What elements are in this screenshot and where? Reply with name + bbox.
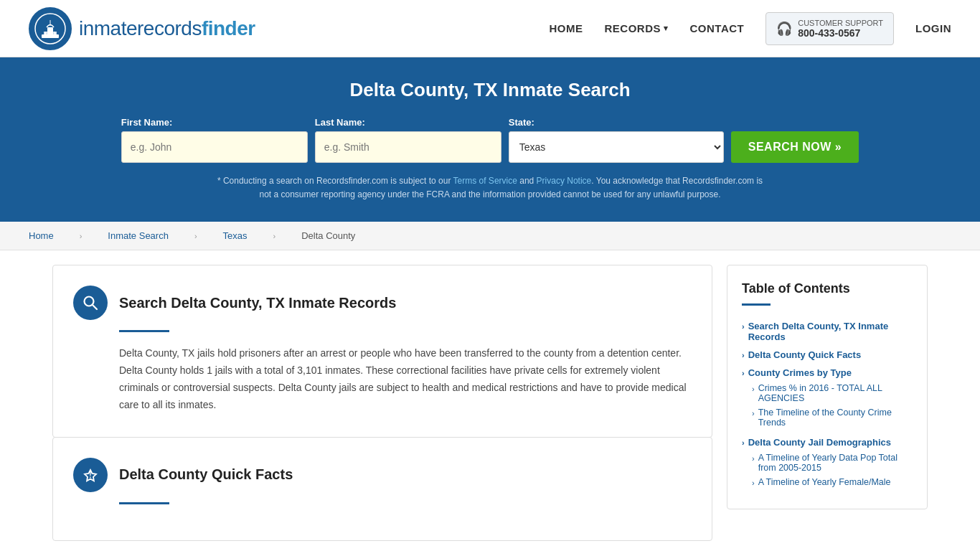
tos-link[interactable]: Terms of Service <box>453 176 517 186</box>
state-label: State: <box>509 117 724 128</box>
quick-facts-header: ! Delta County Quick Facts <box>73 458 692 492</box>
svg-text:!: ! <box>89 471 91 479</box>
toc-divider <box>742 303 771 306</box>
quick-facts-title: Delta County Quick Facts <box>119 466 293 483</box>
customer-support-button[interactable]: 🎧 CUSTOMER SUPPORT 800-433-0567 <box>765 12 894 45</box>
chevron-icon: › <box>742 438 745 447</box>
toc-item-search: › Search Delta County, TX Inmate Records <box>742 317 913 346</box>
breadcrumb-sep-1: › <box>80 232 83 240</box>
chevron-icon: › <box>752 409 755 418</box>
toc-item-quickfacts: › Delta County Quick Facts <box>742 346 913 364</box>
chevron-icon: › <box>752 454 755 463</box>
search-records-card: Search Delta County, TX Inmate Records D… <box>52 265 712 437</box>
quick-facts-divider <box>119 502 169 504</box>
last-name-input[interactable] <box>315 131 501 163</box>
state-select[interactable]: Texas <box>509 131 724 163</box>
toc-subitem-pop-total: › A Timeline of Yearly Data Pop Total fr… <box>752 451 913 475</box>
search-section-title: Search Delta County, TX Inmate Records <box>119 295 396 311</box>
first-name-label: First Name: <box>121 117 308 128</box>
breadcrumb-sep-2: › <box>194 232 197 240</box>
state-group: State: Texas <box>509 117 724 163</box>
toc-link-quickfacts[interactable]: › Delta County Quick Facts <box>742 349 913 360</box>
logo-area: inmaterecordsfinder <box>29 7 255 50</box>
support-number: 800-433-0567 <box>798 27 883 39</box>
first-name-input[interactable] <box>121 131 308 163</box>
chevron-icon: › <box>752 479 755 487</box>
hero-title: Delta County, TX Inmate Search <box>29 79 951 101</box>
disclaimer-text: * Conducting a search on Recordsfinder.c… <box>210 174 770 202</box>
search-section-header: Search Delta County, TX Inmate Records <box>73 286 692 320</box>
svg-rect-7 <box>53 32 55 34</box>
breadcrumb-inmate-search[interactable]: Inmate Search <box>108 230 169 241</box>
nav-home[interactable]: HOME <box>549 22 583 34</box>
svg-rect-3 <box>47 27 53 32</box>
chevron-icon: › <box>742 369 745 377</box>
toc-crimes-sublist: › Crimes % in 2016 - TOTAL ALL AGENCIES … <box>742 381 913 430</box>
breadcrumb-home[interactable]: Home <box>29 230 54 241</box>
breadcrumb-texas[interactable]: Texas <box>223 230 248 241</box>
logo-text: inmaterecordsfinder <box>79 17 255 40</box>
svg-rect-4 <box>50 20 51 26</box>
breadcrumb-sep-3: › <box>273 232 276 240</box>
toc-sidebar: Table of Contents › Search Delta County,… <box>727 265 928 509</box>
headphone-icon: 🎧 <box>776 21 792 37</box>
chevron-icon: › <box>752 385 755 393</box>
toc-link-search[interactable]: › Search Delta County, TX Inmate Records <box>742 321 913 342</box>
search-section-divider <box>119 330 169 332</box>
toc-link-demographics[interactable]: › Delta County Jail Demographics <box>742 437 913 448</box>
content-area: Search Delta County, TX Inmate Records D… <box>52 265 712 540</box>
logo-icon <box>29 7 72 50</box>
toc-link-pop-total[interactable]: › A Timeline of Yearly Data Pop Total fr… <box>752 453 913 473</box>
main-nav: HOME RECORDS ▾ CONTACT 🎧 CUSTOMER SUPPOR… <box>549 12 951 45</box>
toc-subitem-crimes-timeline: › The Timeline of the County Crime Trend… <box>752 405 913 430</box>
quick-facts-card: ! Delta County Quick Facts <box>52 437 712 541</box>
search-section-body: Delta County, TX jails hold prisoners af… <box>119 345 692 413</box>
breadcrumb: Home › Inmate Search › Texas › Delta Cou… <box>0 222 980 250</box>
toc-subitem-female-male: › A Timeline of Yearly Female/Male <box>752 475 913 489</box>
hero-section: Delta County, TX Inmate Search First Nam… <box>0 57 980 222</box>
search-now-button[interactable]: SEARCH NOW » <box>731 131 859 163</box>
login-button[interactable]: LOGIN <box>915 22 951 34</box>
privacy-link[interactable]: Privacy Notice <box>537 176 592 186</box>
first-name-group: First Name: <box>121 117 308 163</box>
search-form: First Name: Last Name: State: Texas SEAR… <box>29 117 951 163</box>
svg-rect-8 <box>56 32 57 34</box>
toc-demographics-sublist: › A Timeline of Yearly Data Pop Total fr… <box>742 451 913 489</box>
quick-facts-icon-circle: ! <box>73 458 108 492</box>
nav-contact[interactable]: CONTACT <box>690 22 745 34</box>
main-container: Search Delta County, TX Inmate Records D… <box>31 265 949 540</box>
toc-item-crimes: › County Crimes by Type › Crimes % in 20… <box>742 364 913 433</box>
toc-link-female-male[interactable]: › A Timeline of Yearly Female/Male <box>752 477 913 487</box>
toc-item-demographics: › Delta County Jail Demographics › A Tim… <box>742 433 913 493</box>
chevron-icon: › <box>742 322 745 331</box>
search-icon-circle <box>73 286 108 320</box>
svg-rect-5 <box>44 32 45 34</box>
toc-link-crimes-pct[interactable]: › Crimes % in 2016 - TOTAL ALL AGENCIES <box>752 383 913 403</box>
nav-records[interactable]: RECORDS ▾ <box>604 22 668 34</box>
svg-rect-6 <box>47 32 48 34</box>
chevron-icon: › <box>742 351 745 359</box>
toc-title: Table of Contents <box>742 281 913 296</box>
last-name-group: Last Name: <box>315 117 501 163</box>
toc-link-crimes[interactable]: › County Crimes by Type <box>742 367 913 378</box>
site-header: inmaterecordsfinder HOME RECORDS ▾ CONTA… <box>0 0 980 57</box>
support-label: CUSTOMER SUPPORT <box>798 19 883 27</box>
toc-link-crimes-timeline[interactable]: › The Timeline of the County Crime Trend… <box>752 408 913 428</box>
svg-line-10 <box>93 305 97 309</box>
breadcrumb-current: Delta County <box>301 230 355 241</box>
toc-subitem-crimes-pct: › Crimes % in 2016 - TOTAL ALL AGENCIES <box>752 381 913 405</box>
last-name-label: Last Name: <box>315 117 501 128</box>
toc-list: › Search Delta County, TX Inmate Records… <box>742 317 913 493</box>
